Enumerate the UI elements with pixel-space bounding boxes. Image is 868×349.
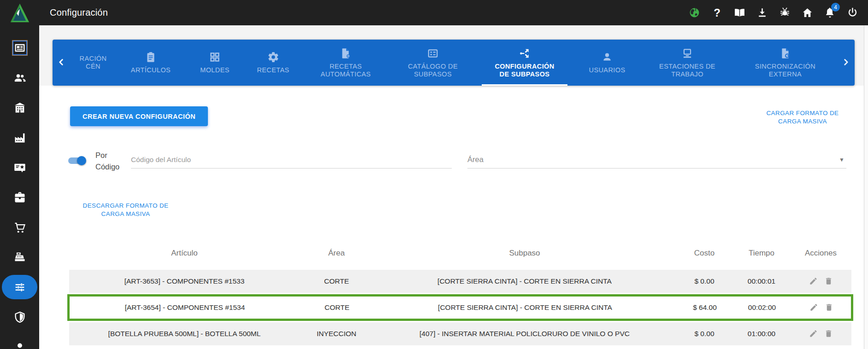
- sidebar-item-people[interactable]: [0, 63, 39, 93]
- cell-subpaso: [CORTE SIERRA CINTA] - CORTE EN SIERRA C…: [373, 277, 676, 285]
- vertical-scrollbar[interactable]: [864, 25, 868, 349]
- news-icon: [13, 41, 26, 54]
- card-star-icon: [13, 161, 26, 174]
- area-select-label: Área: [467, 155, 484, 164]
- tab-moldes[interactable]: MOLDES: [185, 40, 244, 86]
- edit-row-button[interactable]: [809, 303, 818, 312]
- page-title: Configuración: [50, 7, 108, 18]
- tabbar: RACIÓN CÉNARTÍCULOSMOLDESRECETASRECETAS …: [53, 40, 855, 86]
- column-header: Acciones: [790, 249, 851, 258]
- trash-icon: [824, 332, 833, 338]
- people-icon: [13, 71, 26, 84]
- cash-register-icon: [13, 251, 26, 264]
- factory-icon: [13, 131, 26, 144]
- shield-icon: [13, 311, 26, 324]
- tabs-scroll-right-button[interactable]: [837, 40, 855, 86]
- cart-icon: [13, 221, 26, 234]
- cell-costo: $ 64.00: [676, 303, 733, 312]
- article-code-input[interactable]: [131, 151, 452, 169]
- sidebar: [0, 25, 39, 349]
- create-configuration-button[interactable]: CREAR NUEVA CONFIGURACIÓN: [70, 106, 208, 126]
- filter-by-code-toggle[interactable]: [67, 156, 86, 165]
- area-select[interactable]: Área ▼: [467, 151, 846, 169]
- tab-sincronizacion-externa[interactable]: SINCRONIZACIÓN EXTERNA: [733, 40, 837, 86]
- cell-costo: $ 0.00: [676, 277, 733, 285]
- sidebar-item-toolbox[interactable]: [0, 182, 39, 212]
- tabs-scroll-left-button[interactable]: [53, 40, 70, 86]
- globe-icon[interactable]: [688, 6, 701, 19]
- download-icon[interactable]: [756, 6, 768, 19]
- cell-tiempo: 01:00:00: [733, 330, 790, 338]
- sidebar-item-shield[interactable]: [0, 302, 39, 332]
- toggle-knob: [77, 156, 86, 165]
- tune-icon: [13, 281, 26, 294]
- column-header: Subpaso: [373, 249, 676, 258]
- page: Configuración ?4 RACIÓN CÉNARTÍCULOSMOLD…: [0, 0, 868, 349]
- delete-row-button[interactable]: [824, 303, 833, 312]
- download-bulk-format-link[interactable]: DESCARGAR FORMATO DE CARGA MASIVA: [78, 202, 173, 218]
- trash-icon: [825, 306, 833, 312]
- tab-recetas[interactable]: RECETAS: [244, 40, 302, 86]
- tab-articulos[interactable]: ARTÍCULOS: [116, 40, 185, 86]
- toolbox-icon: [13, 191, 26, 204]
- chevron-left-icon: [56, 57, 66, 69]
- edit-row-button[interactable]: [809, 277, 818, 286]
- column-header: Área: [300, 249, 373, 258]
- cell-acciones: [790, 329, 851, 338]
- gear-icon: [267, 51, 279, 63]
- app-logo-icon: [9, 2, 30, 23]
- filter-by-code-label: Por Código: [95, 150, 130, 173]
- delete-row-button[interactable]: [824, 277, 833, 286]
- sidebar-item-cart[interactable]: [0, 212, 39, 242]
- table-row-highlighted: [ART-3654] - COMPONENTES #1534CORTE[CORT…: [67, 294, 853, 321]
- cell-costo: $ 0.00: [676, 330, 733, 338]
- grid-icon: [209, 51, 221, 63]
- table-row: [ART-3653] - COMPONENTES #1533CORTE[CORT…: [69, 270, 851, 293]
- book-icon[interactable]: [733, 6, 746, 19]
- cell-acciones: [790, 277, 851, 286]
- column-header: Tiempo: [733, 249, 790, 258]
- sidebar-item-register[interactable]: [0, 242, 39, 272]
- cell-tiempo: 00:00:01: [733, 277, 790, 285]
- table-row: [BOTELLA PRUEBA 500ML] - BOTELLA 500MLIN…: [69, 322, 851, 345]
- cell-subpaso: [407] - INSERTAR MATERIAL POLICLORURO DE…: [373, 330, 676, 338]
- sidebar-item-configuration[interactable]: [0, 272, 39, 302]
- sidebar-item-certificate[interactable]: [0, 152, 39, 182]
- dropdown-arrow-icon: ▼: [839, 157, 844, 163]
- tab-racion-cen[interactable]: RACIÓN CÉN: [70, 40, 116, 86]
- upload-bulk-format-link[interactable]: CARGAR FORMATO DE CARGA MASIVA: [761, 109, 844, 125]
- cell-area: CORTE: [300, 277, 373, 285]
- power-icon[interactable]: [846, 6, 859, 19]
- bug-icon[interactable]: [779, 6, 791, 19]
- flow-icon: [519, 47, 531, 59]
- notification-badge: 4: [831, 3, 840, 12]
- table-header: ArtículoÁreaSubpasoCostoTiempoAcciones: [69, 241, 851, 265]
- sidebar-item-warehouse[interactable]: [0, 93, 39, 122]
- list-card-icon: [427, 47, 439, 59]
- tab-catalogo-de-subpasos[interactable]: CATÁLOGO DE SUBPASOS: [390, 40, 476, 86]
- trash-icon: [824, 280, 833, 286]
- edit-row-button[interactable]: [809, 329, 818, 338]
- cell-articulo: [ART-3654] - COMPONENTES #1534: [70, 303, 300, 312]
- tab-configuracion-de-subpasos[interactable]: CONFIGURACIÓN DE SUBPASOS: [476, 40, 573, 86]
- tab-usuarios[interactable]: USUARIOS: [573, 40, 641, 86]
- cell-area: INYECCION: [300, 330, 373, 338]
- tab-recetas-automaticas[interactable]: RECETAS AUTOMÁTICAS: [302, 40, 390, 86]
- cell-articulo: [ART-3653] - COMPONENTES #1533: [69, 277, 300, 285]
- topbar-icons: ?4: [688, 6, 868, 19]
- sidebar-item-person[interactable]: [0, 332, 39, 349]
- cell-tiempo: 00:02:00: [733, 303, 791, 312]
- sidebar-item-news[interactable]: [0, 33, 39, 63]
- bell-icon[interactable]: 4: [824, 6, 836, 19]
- delete-row-button[interactable]: [824, 329, 833, 338]
- sidebar-item-factory[interactable]: [0, 122, 39, 152]
- pencil-icon: [809, 332, 818, 338]
- column-header: Artículo: [69, 249, 300, 258]
- doc-sync-icon: [779, 47, 791, 59]
- home-icon[interactable]: [801, 6, 814, 19]
- help-icon[interactable]: ?: [711, 6, 723, 19]
- clipboard-icon: [145, 51, 157, 63]
- chevron-right-icon: [841, 57, 851, 69]
- tab-estaciones-de-trabajo[interactable]: ESTACIONES DE TRABAJO: [641, 40, 733, 86]
- pencil-icon: [809, 306, 818, 312]
